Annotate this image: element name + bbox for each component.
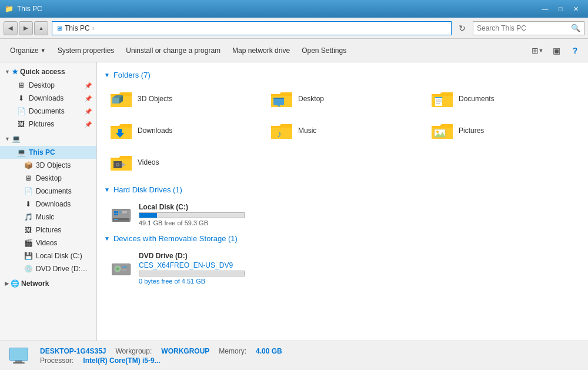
removable-title: Devices with Removable Storage (1) xyxy=(113,234,238,243)
quick-access-header[interactable]: ▼ ★ Quick access xyxy=(0,65,96,79)
pin-icon-desktop: 📌 xyxy=(85,82,92,89)
address-path: This PC xyxy=(65,24,90,32)
back-button[interactable]: ◀ xyxy=(4,21,18,35)
downloads-pc-icon: ⬇ xyxy=(24,199,33,209)
svg-rect-46 xyxy=(116,214,118,215)
computer-name: DESKTOP-1G4S35J xyxy=(40,347,106,355)
address-field[interactable]: 🖥 This PC › xyxy=(52,21,452,35)
folder-videos[interactable]: Videos xyxy=(104,149,260,176)
network-header[interactable]: ▶ 🌐 Network xyxy=(0,276,96,291)
search-input[interactable] xyxy=(477,24,569,32)
drive-bar-dvd xyxy=(139,271,244,276)
sidebar-item-documents-pc[interactable]: 📄 Documents xyxy=(0,185,96,198)
sidebar-item-dvddrive[interactable]: 💿 DVD Drive (D:) CES_ xyxy=(0,262,96,275)
drive-name-c: Local Disk (C:) xyxy=(139,203,245,211)
svg-rect-44 xyxy=(116,211,118,213)
toolbar-right: ⊞▼ ▣ ? xyxy=(529,42,583,59)
address-icon: 🖥 xyxy=(56,25,62,32)
drive-label-dvd: CES_X64FREO_EN-US_DV9 xyxy=(139,261,245,269)
memory-label: Memory: xyxy=(219,347,246,355)
status-row-1: DESKTOP-1G4S35J Workgroup: WORKGROUP Mem… xyxy=(40,347,282,355)
minimize-button[interactable]: — xyxy=(537,1,553,16)
help-button[interactable]: ? xyxy=(567,42,583,59)
map-network-drive-button[interactable]: Map network drive xyxy=(227,42,295,59)
quick-access-section: ▼ ★ Quick access 🖥 Desktop 📌 ⬇ Downloads… xyxy=(0,65,96,131)
window-title: This PC xyxy=(17,5,42,13)
window-icon: 📁 xyxy=(5,5,14,13)
folder-3dobjects[interactable]: 3D Objects xyxy=(104,85,260,112)
folders-section-header[interactable]: ▼ Folders (7) xyxy=(104,71,581,79)
refresh-button[interactable]: ↻ xyxy=(455,21,469,35)
sidebar-item-music-pc[interactable]: 🎵 Music xyxy=(0,211,96,224)
svg-rect-40 xyxy=(122,211,127,212)
status-row-2: Processor: Intel(R) Core(TM) i5-9... xyxy=(40,356,282,365)
computer-status-icon xyxy=(7,344,31,368)
view-options-button[interactable]: ⊞▼ xyxy=(529,42,546,59)
documents-pc-icon: 📄 xyxy=(24,186,33,196)
sidebar-item-desktop-pc[interactable]: 🖥 Desktop xyxy=(0,172,96,185)
folder-name-videos: Videos xyxy=(138,158,159,166)
svg-point-28 xyxy=(436,131,439,133)
this-pc-header[interactable]: ▼ 💻 xyxy=(0,132,96,146)
3dobjects-icon: 📦 xyxy=(24,161,33,170)
svg-rect-42 xyxy=(122,214,126,214)
quick-access-chevron: ▼ xyxy=(5,69,10,75)
quick-access-star: ★ xyxy=(12,68,18,76)
maximize-button[interactable]: □ xyxy=(553,1,568,16)
sidebar-item-localdisk[interactable]: 💾 Local Disk (C:) xyxy=(0,249,96,262)
forward-button[interactable]: ▶ xyxy=(19,21,33,35)
uninstall-button[interactable]: Uninstall or change a program xyxy=(121,42,226,59)
harddisk-section-header[interactable]: ▼ Hard Disk Drives (1) xyxy=(104,185,581,194)
this-pc-chevron: ▼ xyxy=(5,136,10,142)
folder-desktop[interactable]: Desktop xyxy=(265,85,420,112)
folder-icon-music: ♪ xyxy=(270,120,293,141)
svg-rect-2 xyxy=(112,98,119,104)
svg-rect-52 xyxy=(122,266,127,268)
details-pane-button[interactable]: ▣ xyxy=(548,42,564,59)
drive-bar-container-dvd xyxy=(139,271,245,276)
folder-name-3dobjects: 3D Objects xyxy=(138,95,172,103)
sidebar-item-videos-pc[interactable]: 🎬 Videos xyxy=(0,236,96,249)
folder-icon-3dobjects xyxy=(109,88,133,109)
folder-name-music: Music xyxy=(298,126,316,135)
folder-documents[interactable]: Documents xyxy=(425,85,581,112)
organize-button[interactable]: Organize ▼ xyxy=(5,42,51,59)
drive-icon-dvd xyxy=(109,256,133,280)
sidebar-item-this-pc[interactable]: 💻 This PC xyxy=(0,146,96,159)
svg-rect-13 xyxy=(435,97,442,98)
toolbar: Organize ▼ System properties Uninstall o… xyxy=(0,39,588,62)
drive-dvd[interactable]: DVD Drive (D:) CES_X64FREO_EN-US_DV9 0 b… xyxy=(104,249,581,288)
up-button[interactable]: ▲ xyxy=(34,21,48,35)
svg-point-55 xyxy=(115,266,121,272)
svg-rect-8 xyxy=(273,98,284,99)
removable-section-header[interactable]: ▼ Devices with Removable Storage (1) xyxy=(104,234,581,243)
close-button[interactable]: ✕ xyxy=(568,1,583,16)
folder-pictures[interactable]: Pictures xyxy=(425,117,581,144)
sidebar-item-downloads-pc[interactable]: ⬇ Downloads xyxy=(0,198,96,211)
pin-icon-downloads: 📌 xyxy=(85,95,92,102)
address-arrow: › xyxy=(92,24,95,32)
open-settings-button[interactable]: Open Settings xyxy=(296,42,352,59)
drive-bar-container-c xyxy=(139,212,245,218)
folders-chevron: ▼ xyxy=(104,72,110,78)
drive-local-disk[interactable]: Local Disk (C:) 49.1 GB free of 59.3 GB xyxy=(104,200,581,229)
processor-value: Intel(R) Core(TM) i5-9... xyxy=(83,356,160,365)
removable-chevron: ▼ xyxy=(104,235,110,242)
sidebar: ▼ ★ Quick access 🖥 Desktop 📌 ⬇ Downloads… xyxy=(0,62,97,341)
folder-downloads[interactable]: Downloads xyxy=(104,117,260,144)
folder-music[interactable]: ♪ Music xyxy=(265,117,420,144)
memory-value: 4.00 GB xyxy=(256,347,282,355)
sidebar-item-pictures-qa[interactable]: 🖼 Pictures 📌 xyxy=(0,118,96,131)
harddisk-chevron: ▼ xyxy=(104,186,110,193)
system-properties-button[interactable]: System properties xyxy=(52,42,120,59)
videos-icon: 🎬 xyxy=(24,238,33,248)
organize-arrow: ▼ xyxy=(41,48,46,54)
sidebar-item-3dobjects[interactable]: 📦 3D Objects xyxy=(0,159,96,172)
folder-name-pictures: Pictures xyxy=(459,126,484,135)
sidebar-item-documents-qa[interactable]: 📄 Documents 📌 xyxy=(0,105,96,118)
pin-icon-documents: 📌 xyxy=(85,108,92,115)
sidebar-item-desktop-qa[interactable]: 🖥 Desktop 📌 xyxy=(0,79,96,92)
workgroup-label: Workgroup: xyxy=(116,347,152,355)
sidebar-item-pictures-pc[interactable]: 🖼 Pictures xyxy=(0,224,96,236)
sidebar-item-downloads-qa[interactable]: ⬇ Downloads 📌 xyxy=(0,92,96,105)
